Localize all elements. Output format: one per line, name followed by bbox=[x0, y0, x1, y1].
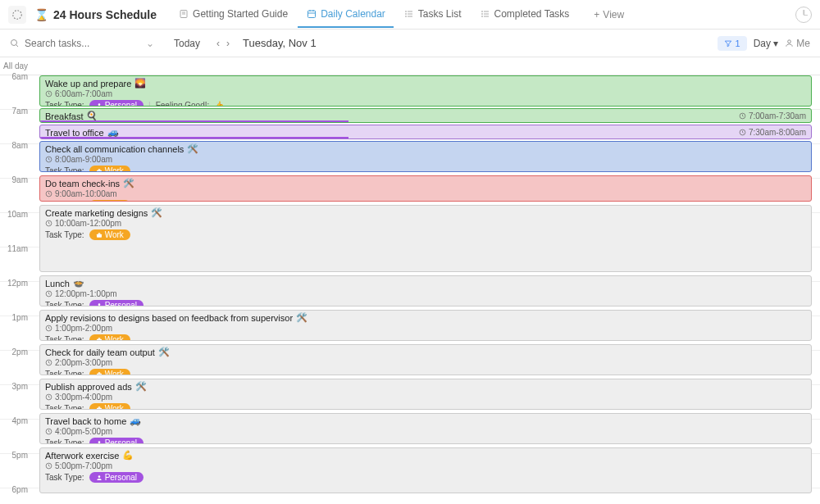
svg-point-34 bbox=[98, 303, 100, 306]
event-title: Check all communication channels 🛠️ bbox=[45, 143, 806, 154]
event-meta: Task Type: Personal bbox=[45, 472, 806, 483]
svg-point-19 bbox=[481, 16, 482, 16]
space-title[interactable]: ⌛ 24 Hours Schedule bbox=[34, 8, 157, 21]
task-type-tag[interactable]: Work bbox=[89, 369, 130, 375]
tab-completed-tasks[interactable]: Completed Tasks bbox=[472, 2, 578, 28]
event-emoji: 🚙 bbox=[130, 415, 141, 426]
allday-label: All day bbox=[0, 61, 33, 70]
event-emoji: 🍲 bbox=[73, 278, 84, 288]
prev-day-button[interactable]: ‹ bbox=[216, 38, 220, 49]
svg-line-21 bbox=[16, 44, 19, 47]
task-type-tag[interactable]: Personal bbox=[89, 100, 144, 107]
hour-label: 2pm bbox=[0, 346, 33, 379]
tab-icon bbox=[403, 8, 415, 20]
task-type-tag[interactable]: Work bbox=[89, 334, 130, 341]
hour-label: 7am bbox=[0, 105, 33, 138]
event-time-right: 7:30am-8:00am bbox=[739, 128, 806, 137]
svg-point-11 bbox=[405, 11, 406, 11]
task-type-label: Task Type: bbox=[45, 230, 84, 239]
hour-label: 9am bbox=[0, 174, 33, 207]
hour-label: 12pm bbox=[0, 277, 33, 311]
add-view-button[interactable]: + View bbox=[585, 2, 632, 27]
tab-getting-started-guide[interactable]: Getting Started Guide bbox=[170, 2, 296, 28]
menu-icon bbox=[11, 9, 23, 20]
calendar-event[interactable]: Travel back to home 🚙 4:00pm-5:00pmTask … bbox=[39, 413, 812, 444]
event-meta: Task Type: Work bbox=[45, 166, 806, 172]
calendar-event[interactable]: Breakfast 🍳 7:00am-7:30am bbox=[39, 108, 812, 123]
hour-label: 5pm bbox=[0, 449, 33, 483]
me-filter[interactable]: Me bbox=[785, 38, 810, 49]
task-type-label: Task Type: bbox=[45, 166, 84, 172]
search-input[interactable] bbox=[25, 38, 115, 49]
event-time: 4:00pm-5:00pm bbox=[45, 427, 806, 436]
svg-rect-4 bbox=[308, 11, 316, 18]
hour-label: 10am bbox=[0, 208, 33, 242]
svg-rect-36 bbox=[97, 338, 102, 341]
tab-label: Tasks List bbox=[418, 8, 462, 20]
task-type-tag[interactable]: Work bbox=[89, 403, 130, 410]
svg-point-17 bbox=[481, 11, 482, 11]
calendar-event[interactable]: Create marketing designs 🛠️ 10:00am-12:0… bbox=[39, 205, 812, 272]
filter-count: 1 bbox=[736, 39, 740, 48]
event-meta: Task Type: Work bbox=[45, 403, 806, 410]
calendar-event[interactable]: Do team check-ins 🛠️ 9:00am-10:00amTask … bbox=[39, 175, 812, 202]
hour-label: 8am bbox=[0, 139, 33, 173]
task-type-tag[interactable]: Personal bbox=[89, 438, 144, 444]
search-box[interactable] bbox=[10, 38, 133, 49]
next-day-button[interactable]: › bbox=[226, 38, 230, 49]
toolbar: ⌄ Today ‹ › Tuesday, Nov 1 1 Day ▾ Me bbox=[0, 30, 820, 57]
event-meta: Task Type: Work bbox=[45, 229, 806, 240]
calendar-event[interactable]: Afterwork exercise 💪 5:00pm-7:00pmTask T… bbox=[39, 447, 812, 493]
search-dropdown[interactable]: ⌄ bbox=[143, 38, 157, 49]
task-type-label: Task Type: bbox=[45, 101, 84, 107]
plus-icon: + bbox=[594, 9, 599, 20]
tab-tasks-list[interactable]: Tasks List bbox=[395, 2, 470, 28]
calendar-event[interactable]: Lunch 🍲 12:00pm-1:00pmTask Type: Persona… bbox=[39, 275, 812, 306]
event-title: Check for daily team output 🛠️ bbox=[45, 347, 806, 357]
svg-point-20 bbox=[11, 39, 17, 45]
task-type-tag[interactable]: Personal bbox=[89, 300, 144, 306]
svg-point-24 bbox=[98, 103, 100, 106]
event-meta: Task Type: Personal | Feeling Good!: 👍 bbox=[45, 100, 806, 107]
timer-icon[interactable] bbox=[795, 7, 812, 23]
task-type-tag[interactable]: Work bbox=[89, 229, 130, 240]
svg-rect-28 bbox=[97, 170, 102, 172]
calendar-event[interactable]: Apply revisions to designs based on feed… bbox=[39, 310, 812, 341]
event-title: Wake up and prepare 🌄 bbox=[45, 78, 806, 89]
calendar-event[interactable]: Travel to office 🚙 7:30am-8:00am bbox=[39, 125, 812, 139]
event-title: Do team check-ins 🛠️ bbox=[45, 178, 806, 188]
view-tabs: Getting Started GuideDaily CalendarTasks… bbox=[170, 2, 577, 28]
tab-icon bbox=[178, 8, 189, 20]
menu-button[interactable] bbox=[8, 6, 26, 24]
filter-badge[interactable]: 1 bbox=[718, 36, 747, 51]
event-meta: Task Type: Work bbox=[45, 369, 806, 375]
svg-rect-38 bbox=[97, 373, 102, 375]
current-date: Tuesday, Nov 1 bbox=[243, 37, 317, 49]
task-type-label: Task Type: bbox=[45, 201, 84, 202]
today-button[interactable]: Today bbox=[167, 34, 207, 52]
event-emoji: 🛠️ bbox=[187, 143, 198, 154]
calendar-event[interactable]: Wake up and prepare 🌄 6:00am-7:00amTask … bbox=[39, 75, 812, 107]
event-time: 1:00pm-2:00pm bbox=[45, 324, 806, 333]
event-title: Afterwork exercise 💪 bbox=[45, 450, 806, 461]
event-title: Apply revisions to designs based on feed… bbox=[45, 312, 806, 323]
toolbar-right: 1 Day ▾ Me bbox=[718, 36, 810, 51]
task-type-label: Task Type: bbox=[45, 404, 84, 410]
event-meta: Task Type: Work bbox=[45, 200, 806, 202]
task-type-tag[interactable]: Work bbox=[89, 166, 130, 172]
event-title: Publish approved ads 🛠️ bbox=[45, 381, 806, 392]
calendar-view: All day 6am7am8am9am10am11am12pm1pm2pm3p… bbox=[0, 57, 820, 504]
day-range-select[interactable]: Day ▾ bbox=[754, 38, 779, 49]
task-type-tag[interactable]: Personal bbox=[89, 472, 144, 483]
hour-label: 1pm bbox=[0, 311, 33, 345]
tab-daily-calendar[interactable]: Daily Calendar bbox=[298, 2, 394, 28]
calendar-event[interactable]: Check for daily team output 🛠️ 2:00pm-3:… bbox=[39, 344, 812, 375]
calendar-event[interactable]: Publish approved ads 🛠️ 3:00pm-4:00pmTas… bbox=[39, 379, 812, 410]
tab-icon bbox=[480, 8, 491, 20]
hour-label: 4pm bbox=[0, 415, 33, 448]
svg-point-12 bbox=[405, 13, 406, 14]
hour-label: 3pm bbox=[0, 380, 33, 414]
tab-icon bbox=[306, 8, 317, 20]
calendar-event[interactable]: Check all communication channels 🛠️ 8:00… bbox=[39, 141, 812, 172]
task-type-tag[interactable]: Work bbox=[89, 200, 130, 202]
